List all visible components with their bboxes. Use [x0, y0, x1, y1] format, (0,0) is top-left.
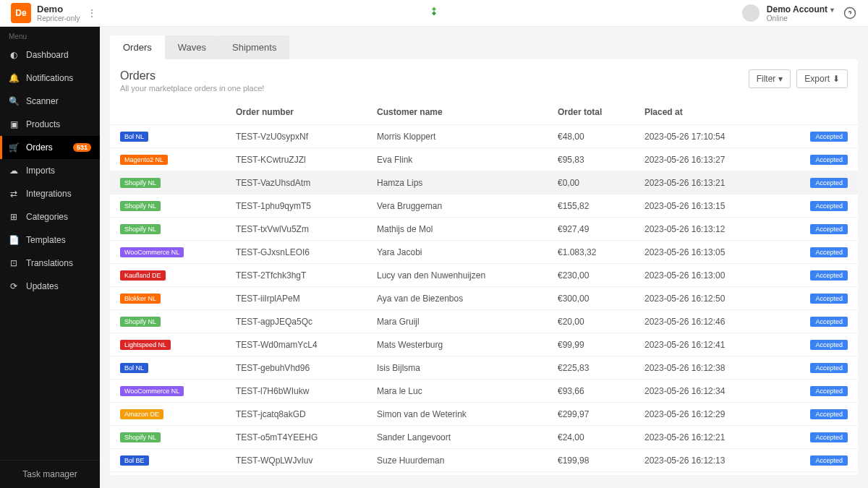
sidebar-item-integrations[interactable]: ⇄Integrations: [0, 182, 100, 205]
tab-shipments[interactable]: Shipments: [219, 35, 289, 59]
table-row[interactable]: Bol NLTEST-VzU0sypxNfMorris Kloppert€48,…: [110, 125, 858, 148]
status-badge: Accepted: [810, 178, 848, 188]
sidebar-item-label: Integrations: [26, 189, 72, 199]
table-row[interactable]: Shopify NLTEST-VazUhsdAtmHamza Lips€0,00…: [110, 171, 858, 194]
sidebar-item-translations[interactable]: ⊡Translations: [0, 252, 100, 275]
cell-total: €299,97: [548, 403, 634, 426]
more-icon[interactable]: ⋮: [87, 7, 97, 19]
source-badge: Kaufland DE: [120, 270, 166, 281]
notifications-icon: 🔔: [9, 73, 19, 83]
source-badge: Lightspeed NL: [120, 340, 171, 350]
categories-icon: ⊞: [9, 212, 19, 222]
table-row[interactable]: Amazon DETEST-jcatq8akGDSimon van de Wet…: [110, 403, 858, 426]
sidebar-item-imports[interactable]: ☁Imports: [0, 159, 100, 182]
menu-label: Menu: [0, 27, 100, 43]
status-badge: Accepted: [810, 224, 848, 234]
source-badge: Magento2 NL: [120, 155, 168, 165]
dashboard-icon: ◐: [9, 50, 19, 60]
cell-date: 2023-05-26 16:13:12: [634, 218, 750, 241]
translations-icon: ⊡: [9, 258, 19, 268]
cell-total: €155,82: [548, 194, 634, 218]
table-row[interactable]: Bol NLTEST-gebuhVhd96Isis Bijlsma€225,83…: [110, 356, 858, 380]
sidebar-item-scanner[interactable]: 🔍Scanner: [0, 90, 100, 113]
tab-waves[interactable]: Waves: [165, 35, 219, 59]
table-row[interactable]: Shopify NLTEST-txVwlVu5ZmMathijs de Mol€…: [110, 218, 858, 241]
col-customer[interactable]: Customer name: [367, 100, 548, 125]
cell-date: 2023-05-26 16:12:46: [634, 310, 750, 333]
col-order-number[interactable]: Order number: [226, 100, 367, 125]
table-row[interactable]: WooCommerce NLTEST-GJxsnLEOI6Yara Jacobi…: [110, 241, 858, 264]
status-badge: Accepted: [810, 155, 848, 165]
col-placed-at[interactable]: Placed at: [634, 100, 750, 125]
sidebar-item-templates[interactable]: 📄Templates: [0, 228, 100, 252]
cell-total: €99,99: [548, 333, 634, 356]
source-badge: Shopify NL: [120, 317, 161, 327]
export-button[interactable]: Export⬇: [796, 69, 848, 88]
cell-customer: Mara le Luc: [367, 380, 548, 403]
cell-order-number: TEST-GJxsnLEOI6: [226, 241, 367, 264]
sidebar-item-updates[interactable]: ⟳Updates: [0, 275, 100, 298]
brand[interactable]: De Demo Repricer-only: [11, 3, 80, 23]
filter-button[interactable]: Filter▾: [749, 69, 791, 88]
task-manager-link[interactable]: Task manager: [0, 460, 100, 488]
cell-total: €230,00: [548, 264, 634, 287]
col-status: [750, 100, 858, 125]
avatar: [742, 4, 760, 22]
cell-date: 2023-05-26 16:12:21: [634, 426, 750, 449]
source-badge: Bol BE: [120, 455, 149, 466]
orders-count-badge: 531: [73, 143, 91, 152]
cell-date: 2023-05-26 16:12:38: [634, 356, 750, 380]
sidebar-item-categories[interactable]: ⊞Categories: [0, 205, 100, 228]
table-row[interactable]: Magento2 NLTEST-KCwtruZJZlEva Flink€95,8…: [110, 148, 858, 171]
cell-customer: Yara Jacobi: [367, 241, 548, 264]
sidebar-item-notifications[interactable]: 🔔Notifications: [0, 67, 100, 90]
cell-customer: Simon van de Weterink: [367, 403, 548, 426]
cell-order-number: TEST-iiIrplAPeM: [226, 287, 367, 310]
sidebar-item-orders[interactable]: 🛒Orders531: [0, 136, 100, 159]
cell-customer: Suze Huurdeman: [367, 449, 548, 472]
source-badge: WooCommerce NL: [120, 386, 184, 396]
table-row[interactable]: WooCommerce NLTEST-l7H6bWIukwMara le Luc…: [110, 380, 858, 403]
tab-orders[interactable]: Orders: [110, 35, 165, 59]
table-row[interactable]: Amazon NLTEST-8O11T9GTFsJasmijn van de W…: [110, 472, 858, 476]
main-content: OrdersWavesShipments Orders All your mar…: [100, 27, 868, 488]
status-badge: Accepted: [810, 247, 848, 257]
imports-icon: ☁: [9, 166, 19, 176]
account-menu[interactable]: Demo Account▼ Online: [742, 4, 857, 22]
sidebar-item-label: Updates: [26, 281, 59, 291]
cell-order-number: TEST-jcatq8akGD: [226, 403, 367, 426]
cell-date: 2023-05-26 17:10:54: [634, 125, 750, 148]
table-row[interactable]: Shopify NLTEST-o5mT4YEEHGSander Langevoo…: [110, 426, 858, 449]
status-badge: Accepted: [810, 455, 848, 466]
table-row[interactable]: Lightspeed NLTEST-Wd0mamYcL4Mats Westerb…: [110, 333, 858, 356]
table-row[interactable]: Bol BETEST-WQpLWJvIuvSuze Huurdeman€199,…: [110, 449, 858, 472]
cell-customer: Isis Bijlsma: [367, 356, 548, 380]
brand-name: Demo: [37, 4, 80, 14]
cell-order-number: TEST-WQpLWJvIuv: [226, 449, 367, 472]
cell-date: 2023-05-26 16:12:29: [634, 403, 750, 426]
table-row[interactable]: Kaufland DETEST-2Tfchk3hgTLucy van den N…: [110, 264, 858, 287]
cell-date: 2023-05-26 16:13:05: [634, 241, 750, 264]
sidebar-item-products[interactable]: ▣Products: [0, 113, 100, 136]
cell-customer: Mathijs de Mol: [367, 218, 548, 241]
sidebar-item-dashboard[interactable]: ◐Dashboard: [0, 43, 100, 67]
status-badge: Accepted: [810, 270, 848, 281]
cell-date: 2023-05-26 16:13:27: [634, 148, 750, 171]
filter-icon: ▾: [778, 74, 783, 84]
orders-panel: Orders All your marketplace orders in on…: [110, 59, 858, 475]
col-total[interactable]: Order total: [548, 100, 634, 125]
col-source[interactable]: [110, 100, 226, 125]
table-row[interactable]: Blokker NLTEST-iiIrplAPeMAya van de Biez…: [110, 287, 858, 310]
updates-icon: ⟳: [9, 281, 19, 291]
cell-date: 2023-05-26 16:13:15: [634, 194, 750, 218]
table-row[interactable]: Shopify NLTEST-1phu9qymT5Vera Bruggeman€…: [110, 194, 858, 218]
help-icon[interactable]: [843, 6, 857, 20]
cell-customer: Sander Langevoort: [367, 426, 548, 449]
cell-customer: Vera Bruggeman: [367, 194, 548, 218]
tabs: OrdersWavesShipments: [110, 35, 858, 59]
cell-total: €927,49: [548, 218, 634, 241]
cell-order-number: TEST-txVwlVu5Zm: [226, 218, 367, 241]
cell-order-number: TEST-l7H6bWIukw: [226, 380, 367, 403]
table-row[interactable]: Shopify NLTEST-agpJEQa5QcMara Gruijl€20,…: [110, 310, 858, 333]
source-badge: Shopify NL: [120, 201, 161, 211]
